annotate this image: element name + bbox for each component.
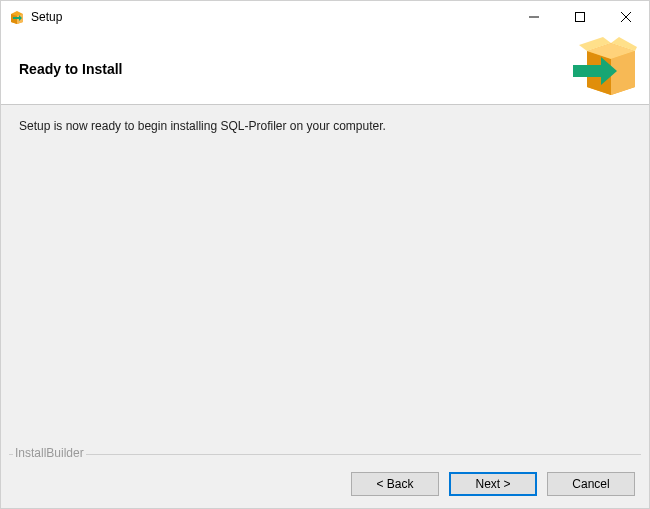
maximize-button[interactable] xyxy=(557,1,603,33)
app-box-icon xyxy=(9,9,25,25)
window-controls xyxy=(511,1,649,33)
cancel-button[interactable]: Cancel xyxy=(547,472,635,496)
back-button[interactable]: < Back xyxy=(351,472,439,496)
page-heading: Ready to Install xyxy=(19,61,122,77)
window-title: Setup xyxy=(31,10,511,24)
install-message: Setup is now ready to begin installing S… xyxy=(19,119,631,133)
header: Ready to Install xyxy=(1,33,649,105)
package-arrow-icon xyxy=(567,37,637,104)
content-area: Setup is now ready to begin installing S… xyxy=(1,105,649,454)
close-button[interactable] xyxy=(603,1,649,33)
wizard-buttons: < Back Next > Cancel xyxy=(351,472,635,496)
minimize-button[interactable] xyxy=(511,1,557,33)
footer: InstallBuilder < Back Next > Cancel xyxy=(1,454,649,508)
svg-rect-5 xyxy=(576,13,585,22)
footer-separator: InstallBuilder xyxy=(9,454,641,466)
titlebar: Setup xyxy=(1,1,649,33)
builder-brand-label: InstallBuilder xyxy=(13,446,86,460)
next-button[interactable]: Next > xyxy=(449,472,537,496)
